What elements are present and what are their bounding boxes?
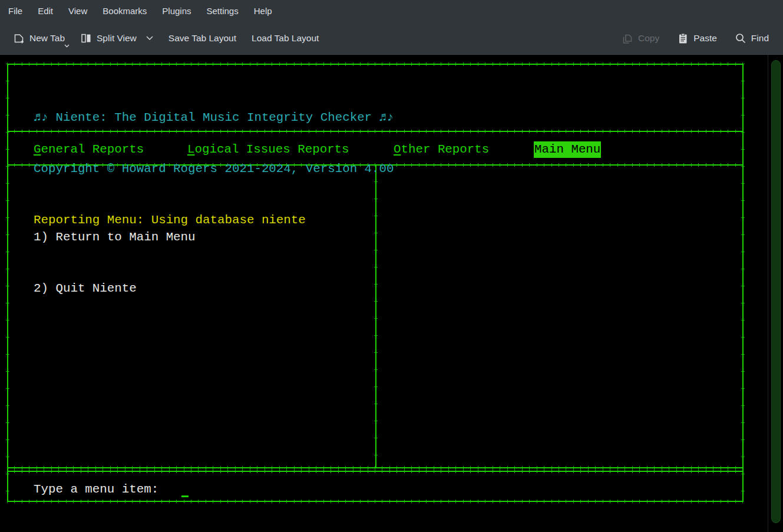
menu-bookmarks[interactable]: Bookmarks xyxy=(95,0,154,22)
tab-logical-issues-reports[interactable]: Logical Issues Reports xyxy=(187,141,349,158)
tui-border-bottom xyxy=(7,501,744,502)
search-icon xyxy=(735,32,746,44)
find-label: Find xyxy=(751,33,769,44)
paste-button[interactable]: Paste xyxy=(671,29,723,48)
split-view-icon xyxy=(80,32,92,44)
tui-border-top xyxy=(7,64,744,65)
copy-button[interactable]: Copy xyxy=(616,29,665,48)
prompt-label[interactable]: Type a menu item: xyxy=(34,481,158,498)
new-tab-icon xyxy=(13,32,25,44)
load-tab-layout-label: Load Tab Layout xyxy=(252,33,319,44)
paste-label: Paste xyxy=(693,33,717,44)
app-title: ♬♪ Niente: The Digital Music Integrity C… xyxy=(34,109,394,126)
find-button[interactable]: Find xyxy=(729,29,775,48)
scrollbar-track xyxy=(768,55,783,532)
menu-item-list: 1) Return to Main Menu 2) Quit Niente xyxy=(34,194,196,331)
scrollbar-thumb[interactable] xyxy=(771,60,781,523)
toolbar: New Tab Split View Save Tab xyxy=(0,22,783,55)
terminal-cursor xyxy=(181,495,189,497)
new-tab-dropdown-chevron-icon[interactable] xyxy=(64,44,70,48)
menu-view[interactable]: View xyxy=(61,0,95,22)
copyright-line: Copyright © Howard Rogers 2021-2024, Ver… xyxy=(34,160,394,177)
split-view-label: Split View xyxy=(97,33,137,44)
copy-label: Copy xyxy=(638,33,659,44)
new-tab-button[interactable]: New Tab xyxy=(7,29,71,48)
new-tab-label: New Tab xyxy=(29,33,65,44)
split-view-button[interactable]: Split View xyxy=(74,29,159,48)
menubar: File Edit View Bookmarks Plugins Setting… xyxy=(0,0,783,22)
copy-icon xyxy=(622,32,633,44)
terminal-screen[interactable]: ♬♪ Niente: The Digital Music Integrity C… xyxy=(0,55,783,532)
load-tab-layout-button[interactable]: Load Tab Layout xyxy=(246,29,325,47)
split-view-dropdown-chevron-icon[interactable] xyxy=(146,36,153,41)
tab-general-reports[interactable]: General Reports xyxy=(34,141,144,158)
menu-help[interactable]: Help xyxy=(246,0,280,22)
menu-item-return-to-main-menu[interactable]: 1) Return to Main Menu xyxy=(34,229,196,246)
menu-plugins[interactable]: Plugins xyxy=(154,0,199,22)
menu-file[interactable]: File xyxy=(1,0,30,22)
save-tab-layout-label: Save Tab Layout xyxy=(169,33,236,44)
tab-main-menu[interactable]: Main Menu xyxy=(534,141,601,158)
tab-other-reports[interactable]: Other Reports xyxy=(394,141,489,158)
menu-edit[interactable]: Edit xyxy=(30,0,61,22)
save-tab-layout-button[interactable]: Save Tab Layout xyxy=(163,29,242,47)
paste-icon xyxy=(677,32,689,44)
tui-prompt-top-border xyxy=(7,471,744,472)
menu-settings[interactable]: Settings xyxy=(199,0,246,22)
menu-item-quit-niente[interactable]: 2) Quit Niente xyxy=(34,280,196,297)
